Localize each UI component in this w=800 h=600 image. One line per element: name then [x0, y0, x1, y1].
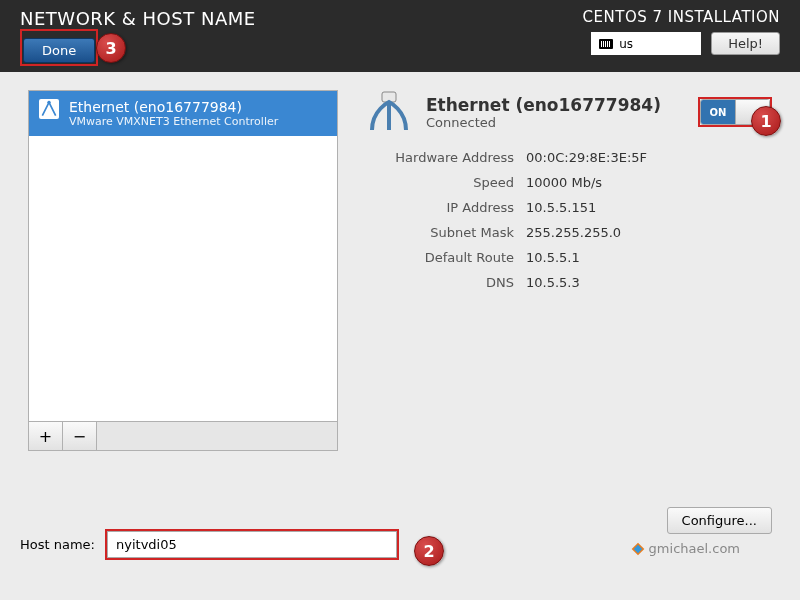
page-title: NETWORK & HOST NAME	[20, 8, 256, 29]
prop-row: Speed10000 Mb/s	[364, 175, 772, 190]
prop-row: Subnet Mask255.255.255.0	[364, 225, 772, 240]
hostname-highlight	[105, 529, 399, 560]
callout-3: 3	[96, 33, 126, 63]
callout-1: 1	[751, 106, 781, 136]
ethernet-large-icon	[364, 90, 414, 134]
prop-row: Hardware Address00:0C:29:8E:3E:5F	[364, 150, 772, 165]
prop-row: Default Route10.5.5.1	[364, 250, 772, 265]
install-title: CENTOS 7 INSTALLATION	[583, 8, 780, 26]
hostname-label: Host name:	[20, 537, 95, 552]
watermark: gmichael.com	[631, 541, 740, 556]
ethernet-icon	[39, 99, 59, 119]
detail-status: Connected	[426, 115, 661, 130]
keyboard-layout-label: us	[619, 37, 633, 51]
interface-detail: Ethernet (eno16777984) Connected ON Hard…	[364, 90, 772, 451]
interface-subtitle: VMware VMXNET3 Ethernet Controller	[69, 115, 278, 128]
svg-point-0	[47, 101, 50, 104]
keyboard-icon	[599, 39, 613, 49]
hostname-input[interactable]	[107, 531, 397, 558]
help-button[interactable]: Help!	[711, 32, 780, 55]
toggle-on-label: ON	[701, 100, 735, 124]
prop-row: DNS10.5.5.3	[364, 275, 772, 290]
done-highlight: Done	[20, 29, 98, 66]
remove-interface-button[interactable]: −	[63, 422, 97, 450]
detail-title: Ethernet (eno16777984)	[426, 95, 661, 115]
interface-properties: Hardware Address00:0C:29:8E:3E:5F Speed1…	[364, 150, 772, 290]
done-button[interactable]: Done	[23, 38, 95, 63]
add-interface-button[interactable]: +	[29, 422, 63, 450]
diamond-icon	[631, 542, 645, 556]
interface-item[interactable]: Ethernet (eno16777984) VMware VMXNET3 Et…	[29, 91, 337, 136]
prop-row: IP Address10.5.5.151	[364, 200, 772, 215]
callout-2: 2	[414, 536, 444, 566]
interface-list[interactable]: Ethernet (eno16777984) VMware VMXNET3 Et…	[28, 90, 338, 422]
main-content: Ethernet (eno16777984) VMware VMXNET3 Et…	[0, 72, 800, 461]
interface-list-buttons: + −	[28, 422, 338, 451]
keyboard-layout-selector[interactable]: us	[591, 32, 701, 55]
interface-name: Ethernet (eno16777984)	[69, 99, 278, 115]
